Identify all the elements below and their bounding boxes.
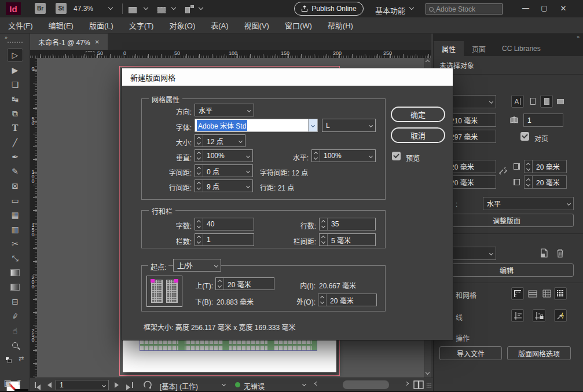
tab-pages[interactable]: 页面 <box>464 41 494 56</box>
rectangle-tool[interactable]: ▭ <box>8 194 23 207</box>
menu-object[interactable]: 对象(O) <box>169 20 195 31</box>
vertical-ruler[interactable]: 0 50 100 150 200 250 <box>30 58 37 378</box>
status-dropdown-icon[interactable] <box>302 382 306 386</box>
cancel-button[interactable]: 取消 <box>391 127 445 143</box>
page-number-field[interactable]: 1 <box>56 380 109 390</box>
scroll-right-icon[interactable] <box>405 382 409 386</box>
orientation-portrait-icon[interactable] <box>540 95 553 108</box>
facing-pages-checkbox[interactable] <box>520 132 529 141</box>
horizontal-ruler[interactable]: 50 0 50 100 150 200 250 <box>30 50 431 58</box>
document-tab[interactable]: 未命名-1 @ 47% ✕ <box>30 34 108 50</box>
margins-icon[interactable] <box>511 287 524 300</box>
columns-stepper[interactable]: 1 <box>195 233 254 246</box>
swap-fill-stroke-icon[interactable]: ⇄ <box>19 355 24 362</box>
horizontal-scrollbar-thumb[interactable] <box>343 380 389 389</box>
stepper-arrows[interactable] <box>195 234 203 246</box>
view-options-icon[interactable] <box>129 5 137 13</box>
tab-properties[interactable]: 属性 <box>434 41 464 56</box>
formatting-affects-text-icon[interactable]: T <box>14 376 24 389</box>
chars-stepper[interactable]: 40 <box>195 218 254 230</box>
arrange-documents-dropdown-icon[interactable] <box>199 5 203 10</box>
preview-checkbox[interactable] <box>392 152 401 160</box>
smart-guides-icon[interactable] <box>554 309 567 322</box>
pages-count-field[interactable]: 1 <box>523 113 563 127</box>
margin-outside-dialog-stepper[interactable]: 20 毫米 <box>318 294 377 306</box>
view-options-dropdown-icon[interactable] <box>144 5 148 10</box>
workspace-switcher[interactable]: 基本功能 <box>375 5 405 16</box>
arrange-documents-icon[interactable] <box>185 5 194 13</box>
menu-window[interactable]: 窗口(W) <box>285 20 312 31</box>
free-transform-tool[interactable]: ⤡ <box>8 252 23 265</box>
scroll-up-icon[interactable] <box>426 60 430 64</box>
workspace-dropdown-icon[interactable] <box>409 5 414 10</box>
stepper-arrows[interactable] <box>320 234 328 246</box>
preflight-dropdown-icon[interactable] <box>222 382 226 386</box>
stepper-arrows[interactable] <box>320 218 328 230</box>
menu-view[interactable]: 视图(V) <box>244 20 269 31</box>
hand-tool[interactable]: ☝ <box>8 324 23 337</box>
page-orientation-auto-icon[interactable] <box>526 95 539 108</box>
eyedropper-tool[interactable]: ✑ <box>6 306 24 326</box>
default-fill-stroke-icon[interactable] <box>5 357 13 363</box>
tools-panel-collapse-icon[interactable]: » <box>5 35 7 41</box>
selection-tool[interactable]: ▷ <box>8 49 23 61</box>
type-tool[interactable]: T <box>8 122 23 134</box>
stepper-arrows[interactable] <box>312 150 320 162</box>
baseline-grid-icon[interactable] <box>526 287 539 300</box>
stroke-swatch[interactable] <box>14 389 28 392</box>
ok-button[interactable]: 确定 <box>391 107 445 122</box>
horizontal-grid-tool[interactable]: ▦ <box>8 208 23 221</box>
direct-selection-tool[interactable]: ▶ <box>8 64 23 76</box>
menu-type[interactable]: 文字(T) <box>129 20 154 31</box>
adjust-layout-button[interactable]: 调整版面 <box>439 214 574 227</box>
tools-panel-grip[interactable] <box>7 41 23 43</box>
font-family-dropdown-icon[interactable] <box>308 119 317 131</box>
horizontal-scale-stepper[interactable]: 100% <box>311 149 376 162</box>
lines-stepper[interactable]: 35 <box>319 218 376 230</box>
scroll-down-icon[interactable] <box>426 371 430 375</box>
delete-page-icon[interactable] <box>556 248 564 258</box>
direction-select[interactable]: 水平 <box>195 104 254 116</box>
import-file-button[interactable]: 导入文件 <box>439 346 502 360</box>
stepper-arrows[interactable] <box>216 278 224 290</box>
gradient-feather-tool[interactable] <box>8 281 23 294</box>
binding-direction-select[interactable]: 水平 <box>483 197 574 210</box>
zoom-tool[interactable] <box>8 339 23 351</box>
content-collector-tool[interactable]: ⧉ <box>8 107 23 120</box>
preflight-icon[interactable] <box>144 380 152 389</box>
frame-tool[interactable]: ⊠ <box>8 179 23 192</box>
char-aki-stepper[interactable]: 0 点 <box>195 164 253 177</box>
next-page-button[interactable] <box>115 382 119 388</box>
screen-mode-dropdown-icon[interactable] <box>171 5 176 10</box>
menu-help[interactable]: 帮助(H) <box>328 20 353 31</box>
menu-file[interactable]: 文件(F) <box>8 20 33 31</box>
scissors-tool[interactable]: ✂ <box>8 237 23 250</box>
stepper-arrows[interactable] <box>195 165 203 177</box>
formatting-affects-container-icon[interactable]: ▣ <box>2 376 13 389</box>
first-page-button[interactable] <box>35 382 41 392</box>
font-family-combo[interactable]: Adobe 宋体 Std <box>195 119 318 132</box>
menu-layout[interactable]: 版面(L) <box>89 20 113 31</box>
bridge-button[interactable]: Br <box>35 3 46 14</box>
show-guides-icon[interactable] <box>511 309 524 322</box>
last-page-button[interactable] <box>126 382 130 392</box>
size-stepper[interactable]: 12 点 <box>195 134 245 147</box>
layout-grid-icon[interactable] <box>554 287 567 300</box>
edit-master-button[interactable]: 编辑 <box>439 263 574 277</box>
screen-mode-icon[interactable] <box>157 5 166 13</box>
stepper-arrows[interactable] <box>195 218 203 230</box>
line-aki-stepper[interactable]: 9 点 <box>195 179 253 192</box>
stock-button[interactable]: St <box>56 3 67 14</box>
spread-view-icon[interactable] <box>413 380 424 389</box>
tab-cc-libraries[interactable]: CC Libraries <box>494 41 549 56</box>
orientation-landscape-icon[interactable] <box>554 95 567 108</box>
preflight-profile-label[interactable]: [基本] (工作) <box>160 381 198 391</box>
font-style-select[interactable]: L <box>322 119 376 132</box>
vertical-scale-stepper[interactable]: 100% <box>195 149 253 162</box>
starting-point-select[interactable]: 上/外 <box>173 259 221 272</box>
pen-tool[interactable]: ✒ <box>8 151 23 163</box>
menu-edit[interactable]: 编辑(E) <box>49 20 74 31</box>
zoom-level-dropdown-icon[interactable] <box>108 5 113 10</box>
preflight-status-label[interactable]: 无错误 <box>244 381 265 391</box>
margin-top-dialog-stepper[interactable]: 20 毫米 <box>215 277 274 290</box>
